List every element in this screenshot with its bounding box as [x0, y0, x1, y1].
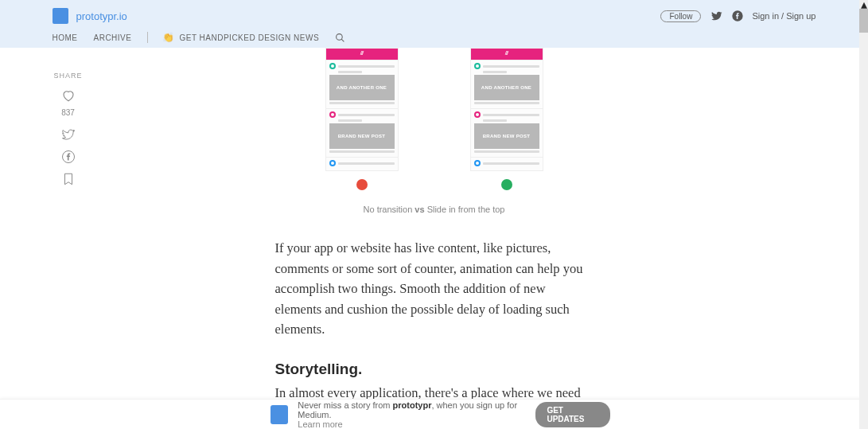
- share-twitter-button[interactable]: [53, 125, 84, 144]
- nav-divider: [147, 32, 148, 43]
- scrollbar[interactable]: ▴: [859, 0, 868, 429]
- learn-more-link[interactable]: Learn more: [298, 419, 342, 429]
- brand-name[interactable]: prototypr.io: [76, 10, 127, 22]
- like-button[interactable]: [53, 86, 84, 105]
- nav-news[interactable]: GET HANDPICKED DESIGN NEWS: [179, 33, 319, 42]
- facebook-icon[interactable]: [731, 10, 744, 22]
- phone-left: AND ANOTHER ONE BRAND NEW POST: [325, 48, 399, 205]
- get-updates-button[interactable]: GET UPDATES: [535, 402, 610, 427]
- share-column: SHARE 837: [53, 72, 84, 192]
- phone-header: [326, 49, 398, 60]
- share-facebook-button[interactable]: [53, 147, 84, 166]
- avatar-icon: [474, 63, 481, 69]
- avatar-icon: [329, 160, 336, 166]
- post-image: AND ANOTHER ONE: [474, 75, 539, 100]
- share-label: SHARE: [53, 72, 84, 80]
- avatar-icon: [474, 160, 481, 166]
- thumbs-down-icon: [356, 179, 368, 190]
- post-image: BRAND NEW POST: [474, 123, 539, 149]
- brand-logo[interactable]: [53, 8, 68, 24]
- phone-header: [471, 49, 543, 60]
- twitter-icon[interactable]: [710, 10, 723, 22]
- facebook-icon: [61, 150, 76, 164]
- bookmark-icon: [61, 172, 76, 186]
- search-icon[interactable]: [335, 33, 345, 43]
- post-image: BRAND NEW POST: [329, 123, 395, 149]
- like-count: 837: [53, 108, 84, 117]
- nav-archive[interactable]: ARCHIVE: [94, 33, 132, 42]
- avatar-icon: [329, 63, 336, 69]
- avatar-icon: [329, 111, 336, 118]
- bookmark-button[interactable]: [53, 170, 84, 189]
- avatar-icon: [474, 111, 481, 118]
- phone-right: AND ANOTHER ONE BRAND NEW POST: [470, 48, 543, 205]
- figure-phones: AND ANOTHER ONE BRAND NEW POST: [275, 48, 594, 214]
- paragraph: If your app or website has live content,…: [275, 238, 594, 340]
- svg-point-0: [337, 33, 343, 40]
- hand-icon: 👏: [162, 32, 174, 43]
- thumbs-up-icon: [501, 179, 512, 190]
- nav-home[interactable]: HOME: [53, 33, 78, 42]
- signin-link[interactable]: Sign in / Sign up: [752, 11, 815, 21]
- footer-logo[interactable]: [271, 405, 288, 424]
- article-body: AND ANOTHER ONE BRAND NEW POST: [275, 48, 594, 429]
- svg-line-1: [341, 39, 344, 41]
- subscribe-bar: Never miss a story from prototypr, when …: [0, 399, 868, 429]
- footer-text: Never miss a story from prototypr, when …: [298, 400, 535, 429]
- figure-caption: No transition vs Slide in from the top: [275, 205, 594, 214]
- scroll-thumb[interactable]: [859, 9, 868, 33]
- post-image: AND ANOTHER ONE: [329, 75, 395, 100]
- follow-button[interactable]: Follow: [660, 10, 701, 22]
- section-heading: Storytelling.: [275, 361, 594, 378]
- top-bar: prototypr.io Follow Sign in / Sign up HO…: [0, 0, 868, 48]
- scroll-up-icon[interactable]: ▴: [859, 0, 868, 9]
- twitter-icon: [61, 127, 76, 142]
- heart-icon: [61, 88, 76, 103]
